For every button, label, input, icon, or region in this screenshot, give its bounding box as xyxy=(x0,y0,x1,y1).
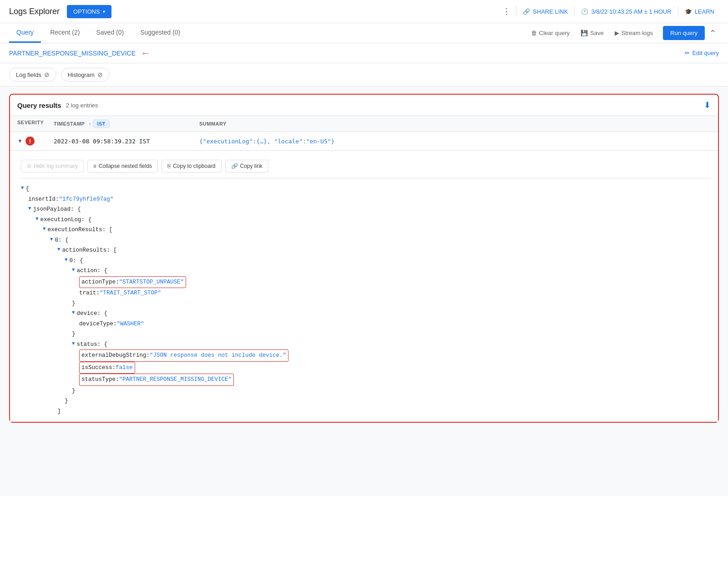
results-panel: Query results 2 log entries ⬇ SEVERITY T… xyxy=(9,94,719,423)
error-severity-icon: ! xyxy=(25,137,35,146)
more-options-icon[interactable]: ⋮ xyxy=(499,5,514,18)
learn-button[interactable]: 🎓 LEARN xyxy=(680,5,719,18)
header-divider xyxy=(516,6,516,17)
json-line: ▼ 0: { xyxy=(21,235,711,246)
edit-query-button[interactable]: ✏ Edit query xyxy=(685,50,719,56)
hide-log-summary-button[interactable]: ⊘ Hide log summary xyxy=(21,160,84,172)
json-line: ▼ device: { xyxy=(21,309,711,319)
filter-bar: Log fields ⊘ Histogram ⊘ xyxy=(0,63,728,86)
share-link-button[interactable]: 🔗 SHARE LINK xyxy=(518,5,572,18)
results-title: Query results xyxy=(17,101,61,109)
toggle-root[interactable]: ▼ xyxy=(21,184,24,193)
json-line: ] xyxy=(21,406,711,417)
json-line: } xyxy=(21,396,711,406)
log-fields-button[interactable]: Log fields ⊘ xyxy=(9,68,56,81)
toggle-action-results[interactable]: ▼ xyxy=(57,245,61,254)
hide-histogram-icon: ⊘ xyxy=(97,71,103,78)
top-header: Logs Explorer OPTIONS ▾ ⋮ 🔗 SHARE LINK 🕐… xyxy=(0,0,728,23)
severity-cell: ▼ ! xyxy=(17,137,54,146)
main-content: Query results 2 log entries ⬇ SEVERITY T… xyxy=(0,86,728,496)
copy-link-icon: 🔗 xyxy=(231,163,238,169)
datetime-button[interactable]: 🕐 3/8/22 10:43:25 AM ± 1 HOUR xyxy=(576,5,676,18)
log-actions: ⊘ Hide log summary ≡ Collapse nested fie… xyxy=(21,156,711,178)
clear-query-button[interactable]: 🗑 Clear query xyxy=(526,27,574,39)
toggle-device[interactable]: ▼ xyxy=(72,309,75,318)
stream-logs-button[interactable]: ▶ Stream logs xyxy=(610,27,657,39)
sort-asc-icon: ↑ xyxy=(88,121,91,127)
histogram-button[interactable]: Histogram ⊘ xyxy=(61,68,110,81)
app-title: Logs Explorer xyxy=(9,7,60,16)
json-line: ▼ executionResults: [ xyxy=(21,225,711,235)
learn-icon: 🎓 xyxy=(685,8,692,15)
log-detail: ⊘ Hide log summary ≡ Collapse nested fie… xyxy=(10,151,718,422)
json-line: } xyxy=(21,329,711,339)
copy-link-button[interactable]: 🔗 Copy link xyxy=(225,160,268,172)
header-divider-3 xyxy=(678,6,678,17)
table-header: SEVERITY TIMESTAMP ↑ IST SUMMARY xyxy=(10,116,718,132)
json-line-is-success: isSuccess: false xyxy=(21,362,711,374)
run-query-button[interactable]: Run query xyxy=(663,26,705,40)
share-link-icon: 🔗 xyxy=(523,8,530,15)
edit-pencil-icon: ✏ xyxy=(685,50,690,56)
query-text-display: PARTNER_RESPONSE_MISSING_DEVICE ← xyxy=(9,48,680,58)
query-tabs: Query Recent (2) Saved (0) Suggested (0)… xyxy=(0,23,728,43)
tab-saved[interactable]: Saved (0) xyxy=(89,23,131,43)
results-header: Query results 2 log entries ⬇ xyxy=(10,95,718,116)
toggle-status[interactable]: ▼ xyxy=(72,339,75,349)
json-line: insertId: "1fc79yhfle97ag" xyxy=(21,194,711,205)
toggle-action-result-0[interactable]: ▼ xyxy=(65,256,68,265)
query-bar: PARTNER_RESPONSE_MISSING_DEVICE ← ✏ Edit… xyxy=(0,43,728,63)
th-summary: SUMMARY xyxy=(199,120,711,128)
json-line: trait: "TRAIT_START_STOP" xyxy=(21,288,711,299)
collapse-nested-button[interactable]: ≡ Collapse nested fields xyxy=(87,160,158,172)
tz-badge[interactable]: IST xyxy=(93,120,110,128)
download-button[interactable]: ⬇ xyxy=(704,100,711,110)
json-line: ▼ action: { xyxy=(21,266,711,276)
toggle-action[interactable]: ▼ xyxy=(72,266,75,275)
timestamp-cell: 2022-03-08 09:58:39.232 IST xyxy=(54,138,163,145)
json-line: } xyxy=(21,386,711,396)
histogram-label: Histogram xyxy=(68,71,95,78)
clear-icon: 🗑 xyxy=(531,30,537,36)
toggle-json-payload[interactable]: ▼ xyxy=(28,204,31,213)
toggle-execution-log[interactable]: ▼ xyxy=(35,215,39,224)
toggle-result-0[interactable]: ▼ xyxy=(50,235,53,244)
json-line: deviceType: "WASHER" xyxy=(21,319,711,329)
expand-row-button[interactable]: ▼ xyxy=(17,138,23,144)
json-line-external-debug: externalDebugString: "JSON response does… xyxy=(21,349,711,362)
json-line: ▼ jsonPayload: { xyxy=(21,204,711,215)
save-button[interactable]: 💾 Save xyxy=(576,27,608,39)
tab-suggested[interactable]: Suggested (0) xyxy=(133,23,187,43)
query-arrow-icon: ← xyxy=(141,48,150,58)
log-fields-label: Log fields xyxy=(16,71,41,78)
collapse-panel-button[interactable]: ⌃ xyxy=(707,26,719,40)
summary-cell: {"executionLog":{…}, "locale":"en-US"} xyxy=(199,138,711,145)
table-row[interactable]: ▼ ! 2022-03-08 09:58:39.232 IST {"execut… xyxy=(10,132,718,151)
json-line: ▼ executionLog: { xyxy=(21,215,711,225)
toggle-execution-results[interactable]: ▼ xyxy=(43,225,46,234)
json-line: ▼ { xyxy=(21,184,711,194)
collapse-nested-icon: ≡ xyxy=(93,163,96,169)
json-line: ▼ 0: { xyxy=(21,256,711,266)
hide-icon: ⊘ xyxy=(44,71,50,78)
clock-icon: 🕐 xyxy=(581,8,588,15)
json-line-action-type: actionType: "STARTSTOP_UNPAUSE" xyxy=(21,276,711,289)
th-severity: SEVERITY xyxy=(17,120,54,128)
options-button[interactable]: OPTIONS ▾ xyxy=(67,5,111,18)
json-line: } xyxy=(21,299,711,309)
json-line: ▼ actionResults: [ xyxy=(21,245,711,256)
tab-query[interactable]: Query xyxy=(9,23,41,43)
results-count: 2 log entries xyxy=(66,102,98,109)
copy-icon: ⎘ xyxy=(167,163,171,169)
options-caret-icon: ▾ xyxy=(103,9,105,14)
hide-log-icon: ⊘ xyxy=(27,163,31,169)
th-timestamp: TIMESTAMP ↑ IST xyxy=(54,120,163,128)
tab-recent[interactable]: Recent (2) xyxy=(43,23,87,43)
copy-clipboard-button[interactable]: ⎘ Copy to clipboard xyxy=(162,160,221,172)
save-icon: 💾 xyxy=(581,30,588,36)
stream-icon: ▶ xyxy=(615,30,619,36)
json-line-status-type: statusType: "PARTNER_RESPONSE_MISSING_DE… xyxy=(21,374,711,386)
json-line: ▼ status: { xyxy=(21,339,711,350)
json-tree: ▼ { insertId: "1fc79yhfle97ag" ▼ jsonPay… xyxy=(21,184,711,416)
header-divider-2 xyxy=(574,6,575,17)
